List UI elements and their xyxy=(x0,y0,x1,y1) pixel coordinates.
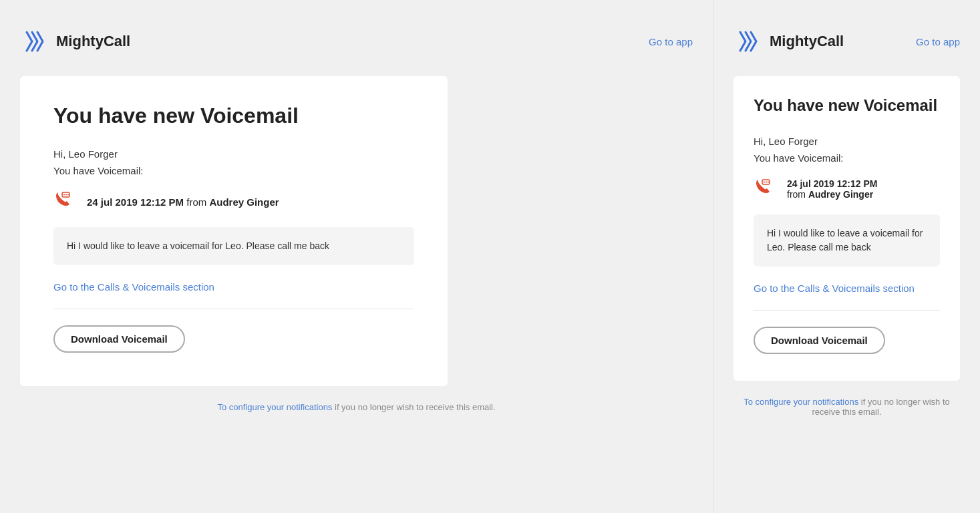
left-voicemail-label: You have Voicemail: xyxy=(53,165,414,176)
right-panel: MightyCall Go to app You have new Voicem… xyxy=(713,0,980,513)
mightycall-logo-icon xyxy=(20,27,49,56)
left-logo-text: MightyCall xyxy=(56,33,130,50)
right-download-voicemail-button[interactable]: Download Voicemail xyxy=(754,327,885,354)
left-header: MightyCall Go to app xyxy=(20,27,693,56)
left-calls-voicemails-link[interactable]: Go to the Calls & Voicemails section xyxy=(53,281,414,293)
left-email-card: You have new Voicemail Hi, Leo Forger Yo… xyxy=(20,76,448,386)
left-logo-area: MightyCall xyxy=(20,27,130,56)
left-message-box: Hi I would like to leave a voicemail for… xyxy=(53,227,414,265)
left-voicemail-datetime: 24 jul 2019 12:12 PM from Audrey Ginger xyxy=(87,196,279,208)
left-phone-icon-wrapper xyxy=(53,190,77,214)
right-phone-icon-wrapper xyxy=(754,177,778,201)
left-sender: Audrey Ginger xyxy=(209,196,279,208)
right-voicemail-label: You have Voicemail: xyxy=(754,152,940,164)
right-email-card: You have new Voicemail Hi, Leo Forger Yo… xyxy=(733,76,960,381)
left-configure-notifications-link[interactable]: To configure your notifications xyxy=(217,402,332,412)
left-panel: MightyCall Go to app You have new Voicem… xyxy=(0,0,713,513)
left-greeting: Hi, Leo Forger xyxy=(53,148,414,160)
left-from-label: from xyxy=(186,196,206,208)
left-download-area: Download Voicemail xyxy=(53,309,414,353)
right-from-label: from xyxy=(787,189,806,200)
svg-point-7 xyxy=(768,181,769,182)
right-download-area: Download Voicemail xyxy=(754,310,940,354)
right-phone-icon xyxy=(754,177,772,196)
right-calls-voicemails-link[interactable]: Go to the Calls & Voicemails section xyxy=(754,283,940,294)
right-message-box: Hi I would like to leave a voicemail for… xyxy=(754,214,940,267)
left-footer: To configure your notifications if you n… xyxy=(20,402,693,412)
left-voicemail-info: 24 jul 2019 12:12 PM from Audrey Ginger xyxy=(53,190,414,214)
right-mightycall-logo-icon xyxy=(733,27,763,56)
right-voicemail-info: 24 jul 2019 12:12 PM from Audrey Ginger xyxy=(754,177,940,201)
right-header: MightyCall Go to app xyxy=(733,27,960,56)
right-go-to-app-link[interactable]: Go to app xyxy=(916,36,960,47)
left-email-title: You have new Voicemail xyxy=(53,103,414,128)
right-voicemail-datetime: 24 jul 2019 12:12 PM from Audrey Ginger xyxy=(787,178,877,200)
svg-point-2 xyxy=(65,194,67,196)
left-phone-icon xyxy=(53,190,72,208)
right-configure-notifications-link[interactable]: To configure your notifications xyxy=(744,397,858,407)
left-download-voicemail-button[interactable]: Download Voicemail xyxy=(53,325,185,353)
svg-point-6 xyxy=(766,181,767,182)
right-logo-text: MightyCall xyxy=(770,33,844,50)
svg-point-5 xyxy=(764,181,765,182)
right-logo-area: MightyCall xyxy=(733,27,844,56)
right-email-title: You have new Voicemail xyxy=(754,96,940,116)
right-footer: To configure your notifications if you n… xyxy=(733,397,960,417)
left-go-to-app-link[interactable]: Go to app xyxy=(649,36,693,47)
svg-point-1 xyxy=(63,194,65,196)
right-greeting: Hi, Leo Forger xyxy=(754,136,940,147)
svg-point-3 xyxy=(67,194,69,196)
right-sender: Audrey Ginger xyxy=(808,189,873,200)
left-footer-suffix: if you no longer wish to receive this em… xyxy=(332,402,495,412)
